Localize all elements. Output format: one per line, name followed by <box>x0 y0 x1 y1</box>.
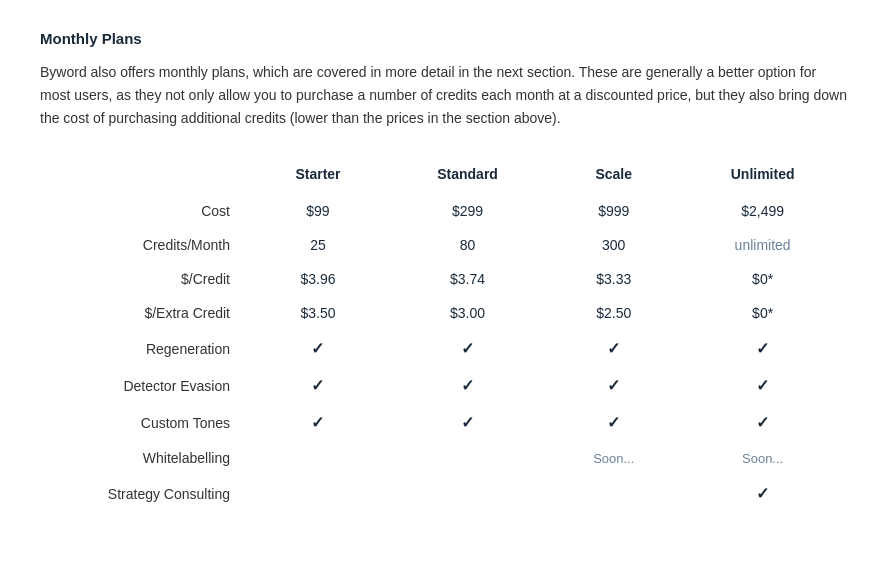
checkmark-icon: ✓ <box>756 485 769 502</box>
table-cell: ✓ <box>250 330 386 367</box>
table-row: $/Extra Credit$3.50$3.00$2.50$0* <box>40 296 847 330</box>
table-cell: ✓ <box>678 404 847 441</box>
soon-text: Soon... <box>742 451 783 466</box>
table-cell: ✓ <box>549 404 678 441</box>
table-cell <box>549 475 678 512</box>
table-cell: ✓ <box>386 404 549 441</box>
pricing-table: Starter Standard Scale Unlimited Cost$99… <box>40 158 847 512</box>
row-label: Cost <box>40 194 250 228</box>
checkmark-icon: ✓ <box>311 340 324 357</box>
checkmark-icon: ✓ <box>461 340 474 357</box>
row-label: $/Extra Credit <box>40 296 250 330</box>
col-header-scale: Scale <box>549 158 678 194</box>
table-cell: $3.33 <box>549 262 678 296</box>
table-cell: $0* <box>678 296 847 330</box>
table-cell: ✓ <box>678 330 847 367</box>
col-header-empty <box>40 158 250 194</box>
table-cell: $299 <box>386 194 549 228</box>
checkmark-icon: ✓ <box>461 414 474 431</box>
table-cell: ✓ <box>386 367 549 404</box>
checkmark-icon: ✓ <box>756 414 769 431</box>
table-cell: $0* <box>678 262 847 296</box>
col-header-unlimited: Unlimited <box>678 158 847 194</box>
table-cell: $2.50 <box>549 296 678 330</box>
table-cell: $3.50 <box>250 296 386 330</box>
table-row: Credits/Month2580300unlimited <box>40 228 847 262</box>
table-cell: ✓ <box>250 404 386 441</box>
table-cell: $99 <box>250 194 386 228</box>
row-label: Strategy Consulting <box>40 475 250 512</box>
table-cell: $3.96 <box>250 262 386 296</box>
row-label: Whitelabelling <box>40 441 250 475</box>
checkmark-icon: ✓ <box>311 414 324 431</box>
table-cell: 25 <box>250 228 386 262</box>
table-row: Custom Tones✓✓✓✓ <box>40 404 847 441</box>
row-label: Detector Evasion <box>40 367 250 404</box>
table-cell: ✓ <box>549 330 678 367</box>
col-header-starter: Starter <box>250 158 386 194</box>
checkmark-icon: ✓ <box>607 414 620 431</box>
table-row: Strategy Consulting✓ <box>40 475 847 512</box>
checkmark-icon: ✓ <box>756 340 769 357</box>
table-row: Cost$99$299$999$2,499 <box>40 194 847 228</box>
table-cell: 300 <box>549 228 678 262</box>
table-cell: $3.00 <box>386 296 549 330</box>
table-cell: 80 <box>386 228 549 262</box>
table-cell <box>250 441 386 475</box>
table-cell: ✓ <box>678 367 847 404</box>
table-cell: Soon... <box>678 441 847 475</box>
col-header-standard: Standard <box>386 158 549 194</box>
row-label: $/Credit <box>40 262 250 296</box>
table-cell: ✓ <box>386 330 549 367</box>
table-cell <box>386 441 549 475</box>
table-cell <box>386 475 549 512</box>
table-cell: $2,499 <box>678 194 847 228</box>
checkmark-icon: ✓ <box>607 340 620 357</box>
description-text: Byword also offers monthly plans, which … <box>40 61 847 130</box>
table-cell: unlimited <box>678 228 847 262</box>
table-row: WhitelabellingSoon...Soon... <box>40 441 847 475</box>
table-cell: $3.74 <box>386 262 549 296</box>
row-label: Custom Tones <box>40 404 250 441</box>
table-cell: ✓ <box>250 367 386 404</box>
checkmark-icon: ✓ <box>311 377 324 394</box>
table-row: $/Credit$3.96$3.74$3.33$0* <box>40 262 847 296</box>
table-row: Regeneration✓✓✓✓ <box>40 330 847 367</box>
row-label: Credits/Month <box>40 228 250 262</box>
checkmark-icon: ✓ <box>756 377 769 394</box>
soon-text: Soon... <box>593 451 634 466</box>
checkmark-icon: ✓ <box>607 377 620 394</box>
table-cell: ✓ <box>549 367 678 404</box>
table-cell: ✓ <box>678 475 847 512</box>
table-cell: Soon... <box>549 441 678 475</box>
row-label: Regeneration <box>40 330 250 367</box>
monthly-plans-title: Monthly Plans <box>40 30 847 47</box>
table-cell: $999 <box>549 194 678 228</box>
table-row: Detector Evasion✓✓✓✓ <box>40 367 847 404</box>
table-cell <box>250 475 386 512</box>
checkmark-icon: ✓ <box>461 377 474 394</box>
